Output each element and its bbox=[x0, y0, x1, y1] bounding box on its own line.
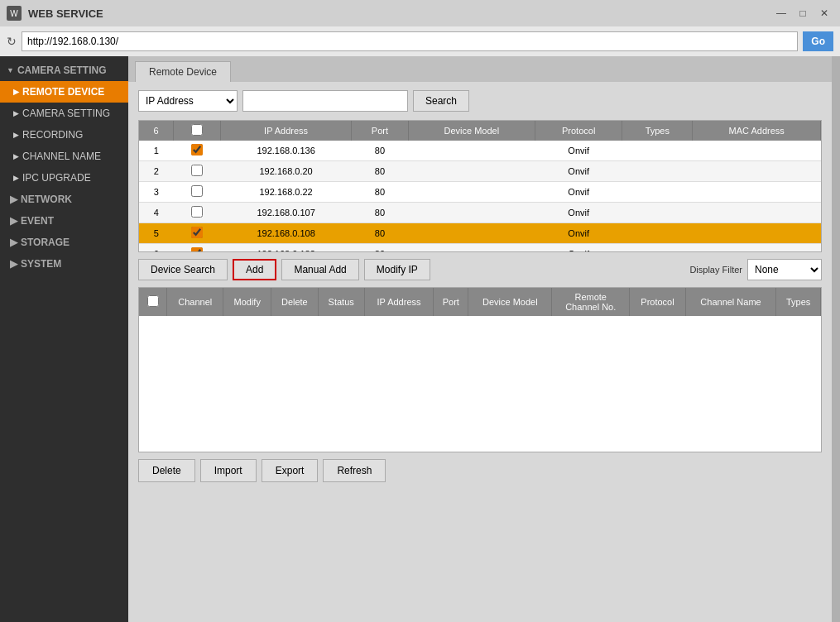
export-button[interactable]: Export bbox=[262, 459, 319, 482]
manual-add-button[interactable]: Manual Add bbox=[281, 259, 358, 280]
add-button[interactable]: Add bbox=[233, 259, 276, 280]
refresh-button[interactable]: Refresh bbox=[323, 459, 386, 482]
row-mac bbox=[693, 244, 821, 253]
col-header-ip: IP Address bbox=[220, 121, 351, 141]
item-arrow-icon-5: ▶ bbox=[13, 174, 19, 182]
sidebar-item-ipc-upgrade[interactable]: ▶ IPC UPGRADE bbox=[0, 167, 128, 189]
ch-col-channel-name: Channel Name bbox=[685, 288, 775, 316]
sidebar-item-channel-name[interactable]: ▶ CHANNEL NAME bbox=[0, 146, 128, 167]
ch-col-types: Types bbox=[776, 288, 821, 316]
row-protocol: Onvif bbox=[535, 223, 622, 244]
row-ip: 192.168.0.136 bbox=[220, 141, 351, 161]
row-ip: 192.168.0.183 bbox=[220, 244, 351, 253]
item-arrow-icon: ▶ bbox=[13, 88, 19, 96]
tab-remote-device[interactable]: Remote Device bbox=[135, 61, 231, 82]
row-checkbox-4[interactable] bbox=[191, 227, 203, 238]
group-arrow-icon-3: ▶ bbox=[10, 237, 17, 248]
col-header-mac: MAC Address bbox=[693, 121, 821, 141]
device-table-row[interactable]: 4 192.168.0.107 80 Onvif bbox=[139, 203, 821, 223]
row-checkbox-0[interactable] bbox=[191, 144, 203, 156]
sidebar-group-system[interactable]: ▶ SYSTEM bbox=[0, 253, 128, 275]
device-search-button[interactable]: Device Search bbox=[138, 259, 228, 280]
row-checkbox-5[interactable] bbox=[191, 247, 203, 252]
panel-content: IP Address MAC Address Device Type Searc… bbox=[128, 82, 832, 622]
camera-setting-arrow-icon: ▼ bbox=[7, 66, 14, 74]
address-input[interactable] bbox=[22, 31, 798, 51]
row-model bbox=[408, 161, 535, 182]
row-types bbox=[622, 141, 693, 161]
sidebar-group-event[interactable]: ▶ EVENT bbox=[0, 210, 128, 232]
row-checkbox-cell bbox=[174, 182, 221, 203]
row-ip: 192.168.0.20 bbox=[220, 161, 351, 182]
tab-bar: Remote Device bbox=[128, 56, 832, 82]
group-arrow-icon: ▶ bbox=[10, 194, 17, 205]
main-layout: ▼ CAMERA SETTING ▶ REMOTE DEVICE ▶ CAMER… bbox=[0, 56, 840, 622]
sidebar-item-camera-setting[interactable]: ▶ CAMERA SETTING bbox=[0, 103, 128, 124]
row-ip: 192.168.0.108 bbox=[220, 223, 351, 244]
sidebar-item-remote-device[interactable]: ▶ REMOTE DEVICE bbox=[0, 81, 128, 103]
row-model bbox=[408, 203, 535, 223]
row-model bbox=[408, 182, 535, 203]
item-arrow-icon-2: ▶ bbox=[13, 109, 19, 117]
row-checkbox-cell bbox=[174, 141, 221, 161]
select-all-checkbox[interactable] bbox=[191, 124, 203, 136]
device-table-row[interactable]: 2 192.168.0.20 80 Onvif bbox=[139, 161, 821, 182]
col-header-num: 6 bbox=[139, 121, 174, 141]
display-filter-label: Display Filter bbox=[689, 265, 742, 275]
title-bar: W WEB SERVICE — □ ✕ bbox=[0, 0, 840, 26]
device-table-row[interactable]: 3 192.168.0.22 80 Onvif bbox=[139, 182, 821, 203]
channel-table-wrapper: Channel Modify Delete Status IP Address … bbox=[138, 287, 822, 452]
row-checkbox-2[interactable] bbox=[191, 185, 203, 197]
ch-col-remote-channel: RemoteChannel No. bbox=[552, 288, 630, 316]
right-scrollbar[interactable] bbox=[832, 56, 840, 622]
close-button[interactable]: ✕ bbox=[815, 6, 833, 21]
device-table-row[interactable]: 1 192.168.0.136 80 Onvif bbox=[139, 141, 821, 161]
row-types bbox=[622, 244, 693, 253]
search-input[interactable] bbox=[242, 90, 408, 112]
go-button[interactable]: Go bbox=[803, 31, 833, 51]
search-filter-select[interactable]: IP Address MAC Address Device Type bbox=[138, 90, 238, 112]
sidebar-item-recording[interactable]: ▶ RECORDING bbox=[0, 124, 128, 146]
ch-col-model: Device Model bbox=[468, 288, 552, 316]
ch-col-protocol: Protocol bbox=[630, 288, 686, 316]
row-protocol: Onvif bbox=[535, 161, 622, 182]
display-filter-select[interactable]: None Online Offline bbox=[747, 259, 822, 280]
sidebar-group-network[interactable]: ▶ NETWORK bbox=[0, 189, 128, 210]
sidebar-group-storage[interactable]: ▶ STORAGE bbox=[0, 232, 128, 253]
col-header-port: Port bbox=[352, 121, 408, 141]
row-checkbox-cell bbox=[174, 244, 221, 253]
item-arrow-icon-3: ▶ bbox=[13, 131, 19, 139]
ch-col-modify: Modify bbox=[223, 288, 271, 316]
maximize-button[interactable]: □ bbox=[794, 6, 812, 21]
row-mac bbox=[693, 141, 821, 161]
row-port: 80 bbox=[352, 161, 408, 182]
sidebar: ▼ CAMERA SETTING ▶ REMOTE DEVICE ▶ CAMER… bbox=[0, 56, 128, 622]
row-mac bbox=[693, 182, 821, 203]
row-port: 80 bbox=[352, 141, 408, 161]
ch-col-port: Port bbox=[434, 288, 468, 316]
group-arrow-icon-2: ▶ bbox=[10, 215, 17, 227]
channel-select-all[interactable] bbox=[147, 295, 159, 307]
row-checkbox-1[interactable] bbox=[191, 165, 203, 176]
row-checkbox-3[interactable] bbox=[191, 206, 203, 218]
app-title: WEB SERVICE bbox=[28, 7, 103, 20]
row-checkbox-cell bbox=[174, 223, 221, 244]
row-num: 5 bbox=[139, 223, 174, 244]
refresh-icon[interactable]: ↻ bbox=[7, 35, 17, 48]
minimize-button[interactable]: — bbox=[772, 6, 790, 21]
import-button[interactable]: Import bbox=[200, 459, 257, 482]
search-button[interactable]: Search bbox=[413, 90, 469, 112]
ch-col-ip: IP Address bbox=[364, 288, 434, 316]
sidebar-camera-setting-header[interactable]: ▼ CAMERA SETTING bbox=[0, 60, 128, 81]
row-num: 1 bbox=[139, 141, 174, 161]
modify-ip-button[interactable]: Modify IP bbox=[364, 259, 430, 280]
device-table-row[interactable]: 6 192.168.0.183 80 Onvif bbox=[139, 244, 821, 253]
row-protocol: Onvif bbox=[535, 141, 622, 161]
device-table-row[interactable]: 5 192.168.0.108 80 Onvif bbox=[139, 223, 821, 244]
row-protocol: Onvif bbox=[535, 203, 622, 223]
ch-col-status: Status bbox=[318, 288, 364, 316]
group-arrow-icon-4: ▶ bbox=[10, 258, 17, 270]
device-table: 6 IP Address Port Device Model Protocol … bbox=[139, 121, 821, 252]
delete-button[interactable]: Delete bbox=[138, 459, 195, 482]
row-model bbox=[408, 223, 535, 244]
